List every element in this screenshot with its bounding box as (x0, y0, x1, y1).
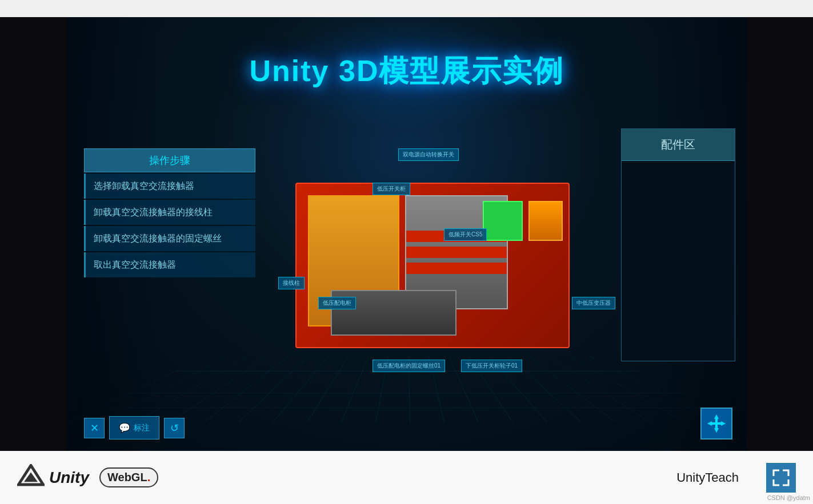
refresh-button[interactable]: ↺ (164, 418, 185, 438)
operation-step-4: 取出真空交流接触器 (84, 252, 255, 277)
csdn-watermark: CSDN @ydatm (767, 494, 810, 501)
machine-label-5: 中低压变压器 (572, 297, 615, 309)
svg-rect-5 (711, 422, 722, 425)
red-stripe-3 (406, 263, 507, 274)
move-arrows-icon (706, 413, 727, 434)
operations-panel: 操作步骤 选择卸载真空交流接触器 卸载真空交流接触器的接线柱 卸载真空交流接触器… (84, 148, 255, 277)
top-bar (0, 0, 813, 17)
annotate-button[interactable]: 💬 标注 (109, 416, 159, 440)
unity-logo-icon (17, 464, 45, 491)
refresh-icon: ↺ (170, 422, 179, 434)
machine-body (295, 183, 570, 348)
page-title: Unity 3D模型展示实例 (67, 51, 747, 91)
machine-label-8: 下低压开关柜轮子01 (461, 360, 522, 372)
webgl-badge: WebGL. (99, 467, 158, 487)
red-stripe-2 (406, 247, 507, 258)
machine-model: 双电源自动转换开关 低压开关柜 低频开关CS5 低压配电柜 中低压变压器 接线柱… (284, 166, 581, 377)
unity-logo-area: Unity WebGL. (17, 464, 158, 491)
unity-canvas: Unity 3D模型展示实例 操作步骤 选择卸载真空交流接触器 卸载真空交流接触… (67, 17, 747, 451)
orange-block (528, 201, 563, 241)
move-button[interactable] (700, 408, 732, 440)
cabinet-bottom (331, 290, 456, 336)
machine-label-7: 低压配电柜的固定螺丝01 (373, 360, 445, 372)
machine-label-1: 双电源自动转换开关 (398, 148, 459, 161)
parts-content (622, 161, 735, 361)
annotate-label: 标注 (134, 423, 150, 433)
operation-step-1: 选择卸载真空交流接触器 (84, 174, 255, 199)
parts-panel: 配件区 (621, 128, 735, 361)
close-button[interactable]: ✕ (84, 418, 105, 438)
operation-step-3: 卸载真空交流接触器的固定螺丝 (84, 226, 255, 251)
bottom-bar: Unity WebGL. UnityTeach CSDN @ydatm (0, 451, 813, 504)
operation-step-2: 卸载真空交流接触器的接线柱 (84, 200, 255, 225)
expand-icon (772, 469, 790, 486)
unity-teach-label: UnityTeach (676, 470, 739, 485)
green-block (483, 201, 523, 241)
close-icon: ✕ (90, 422, 99, 434)
unity-brand-text: Unity (49, 469, 89, 487)
operations-header: 操作步骤 (84, 148, 255, 172)
webgl-dot: . (147, 471, 151, 483)
parts-header: 配件区 (622, 129, 735, 161)
annotate-icon: 💬 (119, 422, 130, 433)
cabinet-main (295, 183, 570, 348)
bottom-toolbar: ✕ 💬 标注 ↺ (84, 416, 185, 440)
webgl-text: WebGL (107, 471, 147, 483)
expand-button[interactable] (766, 463, 796, 493)
